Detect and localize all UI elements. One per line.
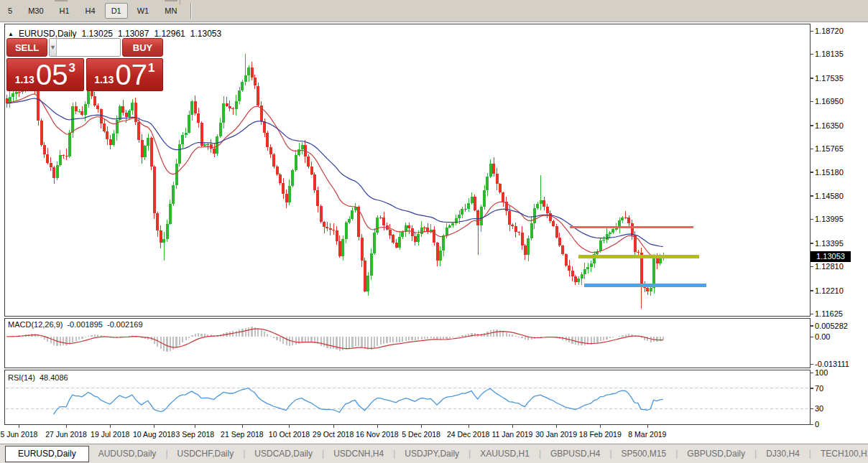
timeframe-button-5[interactable]: 5: [1, 3, 19, 19]
chart-symbol-label: EURUSD,Daily: [19, 29, 77, 39]
volume-stepper: ▼ ▲: [49, 38, 121, 57]
date-axis-tick: [556, 425, 557, 428]
date-axis-label: 3 Sep 2018: [175, 430, 214, 439]
price-axis-label: 1.17535: [815, 73, 844, 83]
date-axis-tick: [421, 425, 422, 428]
mt4-application: 5M30H1H4D1W1MN ▲ EURUSD,Daily 1.13025 1.…: [0, 0, 868, 463]
moving-average-line-1: [6, 94, 663, 256]
price-axis-label: 1.12210: [815, 286, 844, 296]
toolbar-edge-mark: [55, 0, 68, 1]
macd-axis-label: 0.005282: [815, 321, 848, 331]
rsi-indicator-panel[interactable]: [0, 370, 868, 425]
date-axis-label: 19 Jul 2018: [91, 430, 129, 439]
symbol-tab-dj30[interactable]: DJ30,H4: [757, 446, 809, 462]
date-axis-tick: [66, 425, 67, 428]
timeframe-button-mn[interactable]: MN: [158, 3, 183, 19]
symbol-tab-eurusd[interactable]: EURUSD,Daily: [5, 446, 89, 462]
date-axis-tick: [110, 425, 111, 428]
timeframe-toolbar: 5M30H1H4D1W1MN: [0, 0, 868, 22]
rsi-value: 48.4086: [40, 373, 68, 382]
date-axis-tick: [333, 425, 334, 428]
date-axis-label: 30 Jan 2019: [535, 430, 577, 439]
date-axis-tick: [377, 425, 378, 428]
date-axis-label: 10 Aug 2018: [133, 430, 175, 439]
timeframe-button-m30[interactable]: M30: [22, 3, 50, 19]
date-axis-label: 5 Jun 2018: [1, 430, 38, 439]
timeframe-button-d1[interactable]: D1: [105, 3, 128, 19]
date-axis-tick: [154, 425, 154, 428]
macd-header: MACD(12,26,9) -0.001895 -0.002169: [8, 320, 143, 329]
rsi-line: [54, 388, 663, 414]
buy-price-button[interactable]: 1.13 07 1: [86, 58, 164, 91]
symbol-tab-usdchf[interactable]: USDCHF,Daily: [168, 446, 244, 462]
symbol-tab-xauusd[interactable]: XAUUSD,H1: [471, 446, 539, 462]
current-price-badge: 1.13053: [811, 251, 851, 262]
rsi-label: RSI(14): [8, 373, 35, 382]
macd-label: MACD(12,26,9): [8, 320, 63, 329]
symbol-tab-tech100[interactable]: TECH100,H1: [811, 446, 868, 462]
price-axis-label: 1.11625: [815, 309, 843, 319]
macd-histogram: [7, 327, 664, 351]
date-axis-tick: [242, 425, 243, 428]
date-axis-label: 5 Dec 2018: [402, 430, 440, 439]
ohlc-close-value: 1.13053: [190, 29, 221, 39]
date-axis-tick: [289, 425, 290, 428]
chevron-down-icon: ▼: [50, 44, 56, 51]
price-axis-label: 1.14580: [815, 191, 844, 201]
sell-price-prefix: 1.13: [15, 74, 34, 85]
toolbar-separator: [190, 3, 192, 19]
toolbar-edge-mark: [165, 0, 177, 1]
sell-button[interactable]: SELL: [6, 38, 47, 57]
symbol-tab-usdcnh[interactable]: USDCNH,H4: [324, 446, 393, 462]
price-axis-label: 1.18720: [815, 26, 844, 36]
symbol-tab-sp500[interactable]: SP500,M15: [612, 446, 676, 462]
buy-price-prefix: 1.13: [94, 74, 114, 85]
ohlc-high-value: 1.13087: [118, 29, 149, 39]
price-axis-label: 1.18135: [815, 49, 844, 59]
date-axis-tick: [19, 425, 19, 428]
candlestick-series: [6, 54, 665, 309]
date-axis-label: 8 Mar 2019: [628, 430, 666, 439]
sell-price-sup: 3: [68, 61, 75, 75]
collapse-chart-icon[interactable]: ▲: [8, 31, 14, 37]
buy-price-big: 07: [115, 60, 147, 90]
date-axis-tick: [468, 425, 469, 428]
price-axis-label: 1.12810: [815, 261, 844, 271]
symbol-tab-usdcad[interactable]: USDCAD,Daily: [245, 446, 322, 462]
price-axis-label: 1.13395: [815, 238, 844, 248]
macd-signal-line: [6, 329, 663, 349]
ohlc-low-value: 1.12961: [154, 29, 185, 39]
date-axis-tick: [195, 425, 195, 428]
timeframe-button-h4[interactable]: H4: [79, 3, 102, 19]
sell-price-button[interactable]: 1.13 05 3: [6, 58, 84, 91]
macd-axis-label: 0.00: [815, 332, 830, 342]
one-click-trading-panel: SELL ▼ ▲ BUY 1.13 05 3 1.13: [6, 38, 163, 91]
date-axis-label: 10 Oct 2018: [269, 430, 310, 439]
symbol-tab-bar: EURUSD,DailyAUDUSD,Daily|USDCHF,Daily|US…: [0, 444, 868, 463]
symbol-tab-usdjpy[interactable]: USDJPY,Daily: [395, 446, 468, 462]
date-axis-tick: [512, 425, 513, 428]
symbol-tab-gbpusd[interactable]: GBPUSD,H4: [541, 446, 609, 462]
price-axis-label: 1.16350: [815, 121, 844, 131]
date-axis-label: 11 Jan 2019: [491, 430, 532, 439]
symbol-tabs: EURUSD,DailyAUDUSD,Daily|USDCHF,Daily|US…: [5, 446, 868, 462]
date-axis-tick: [600, 425, 601, 428]
date-axis-label: 29 Oct 2018: [313, 430, 354, 439]
moving-average-line-2: [6, 98, 663, 247]
date-axis[interactable]: 5 Jun 201827 Jun 201819 Jul 201810 Aug 2…: [0, 425, 868, 444]
buy-button[interactable]: BUY: [122, 38, 163, 57]
timeframe-button-w1[interactable]: W1: [131, 3, 156, 19]
timeframe-button-h1[interactable]: H1: [53, 3, 76, 19]
symbol-tab-audusd[interactable]: AUDUSD,Daily: [89, 446, 166, 462]
volume-decrease-button[interactable]: ▼: [50, 39, 57, 56]
volume-input[interactable]: [57, 39, 121, 56]
price-axis-label: 1.15765: [815, 144, 844, 154]
date-axis-label: 24 Dec 2018: [447, 430, 490, 439]
date-axis-tick: [647, 425, 648, 428]
macd-signal-value: -0.002169: [107, 320, 143, 329]
date-axis-label: 21 Sep 2018: [221, 430, 264, 439]
macd-main-value: -0.001895: [67, 320, 103, 329]
symbol-tab-gbpusd[interactable]: GBPUSD,Daily: [678, 446, 754, 462]
rsi-axis-label: 100: [815, 368, 828, 378]
rsi-axis-label: 30: [815, 403, 823, 413]
